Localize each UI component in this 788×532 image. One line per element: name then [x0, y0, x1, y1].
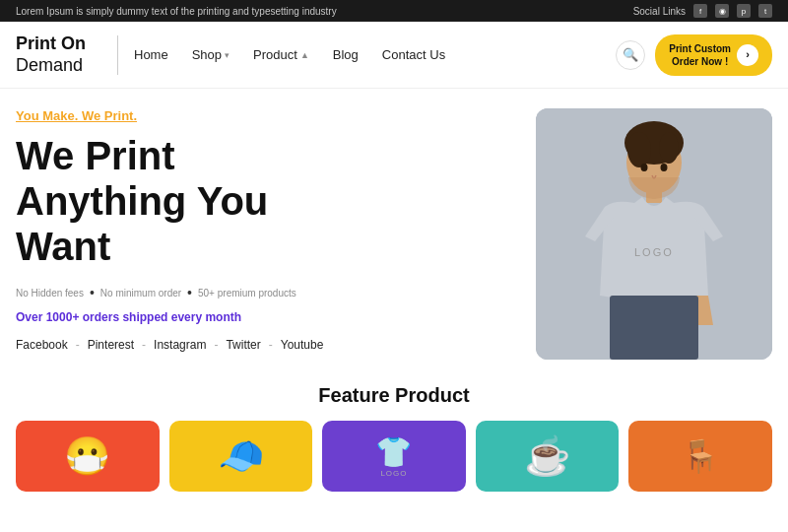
- pillow-icon: 🪑: [681, 437, 720, 475]
- hero-orders-text: Over 1000+ orders shipped every month: [16, 310, 516, 324]
- product-card-tshirt[interactable]: 👕 LOGO: [322, 421, 466, 492]
- logo[interactable]: Print On Demand: [16, 33, 86, 76]
- nav-product[interactable]: Product▲: [253, 47, 309, 62]
- dot2: •: [187, 285, 192, 300]
- social-label: Social Links: [633, 6, 686, 17]
- social-youtube[interactable]: Youtube: [281, 338, 324, 352]
- pinterest-icon[interactable]: p: [737, 4, 751, 18]
- hero-content: You Make. We Print. We Print Anything Yo…: [16, 108, 536, 365]
- search-icon: 🔍: [623, 47, 638, 62]
- twitter-icon[interactable]: t: [758, 4, 772, 18]
- header-divider: [117, 35, 118, 75]
- svg-point-7: [641, 164, 648, 171]
- top-bar: Lorem Ipsum is simply dummy text of the …: [0, 0, 788, 22]
- social-links-bar: Social Links f ◉ p t: [633, 4, 772, 18]
- nav-blog[interactable]: Blog: [333, 47, 359, 62]
- header-actions: 🔍 Print Custom Order Now ! ›: [616, 34, 772, 76]
- product-card-mask[interactable]: 😷: [16, 421, 160, 492]
- main-nav: Home Shop▾ Product▲ Blog Contact Us: [134, 47, 616, 62]
- svg-rect-9: [610, 296, 698, 360]
- nav-contact[interactable]: Contact Us: [382, 47, 445, 62]
- feature-section: Feature Product 😷 🧢 👕 LOGO ☕ 🪑: [0, 374, 788, 492]
- social-pinterest[interactable]: Pinterest: [88, 338, 134, 352]
- header: Print On Demand Home Shop▾ Product▲ Blog…: [0, 22, 788, 89]
- hero-features: No Hidden fees • No minimum order • 50+ …: [16, 285, 516, 300]
- product-arrow: ▲: [300, 50, 309, 60]
- social-facebook[interactable]: Facebook: [16, 338, 68, 352]
- order-now-button[interactable]: Print Custom Order Now ! ›: [655, 34, 772, 76]
- order-btn-text: Print Custom Order Now !: [669, 42, 731, 68]
- cap-icon: 🧢: [218, 434, 264, 478]
- hero-tagline: You Make. We Print.: [16, 108, 516, 123]
- svg-point-8: [661, 164, 668, 171]
- logo-line2: Demand: [16, 55, 86, 77]
- nav-shop[interactable]: Shop▾: [192, 47, 230, 62]
- product-card-cap[interactable]: 🧢: [169, 421, 313, 492]
- dot1: •: [90, 285, 95, 300]
- order-btn-arrow-icon: ›: [737, 44, 758, 66]
- instagram-icon[interactable]: ◉: [715, 4, 729, 18]
- shop-arrow: ▾: [225, 50, 230, 60]
- social-instagram[interactable]: Instagram: [154, 338, 206, 352]
- product-card-mug[interactable]: ☕: [476, 421, 620, 492]
- tshirt-icon: 👕: [375, 434, 412, 469]
- marquee-text: Lorem Ipsum is simply dummy text of the …: [16, 6, 337, 17]
- nav-home[interactable]: Home: [134, 47, 168, 62]
- svg-point-3: [627, 132, 651, 167]
- product-grid: 😷 🧢 👕 LOGO ☕ 🪑: [16, 421, 772, 492]
- logo-line1: Print On: [16, 33, 86, 55]
- svg-text:LOGO: LOGO: [634, 246, 674, 258]
- hero-title: We Print Anything You Want: [16, 133, 516, 269]
- svg-point-4: [659, 132, 679, 164]
- facebook-icon[interactable]: f: [693, 4, 707, 18]
- product-card-pillow[interactable]: 🪑: [628, 421, 772, 492]
- hero-image: LOGO: [536, 108, 772, 360]
- feature-title: Feature Product: [16, 384, 772, 407]
- mask-icon: 😷: [64, 434, 110, 478]
- hero-socials: Facebook - Pinterest - Instagram - Twitt…: [16, 338, 516, 352]
- social-twitter[interactable]: Twitter: [226, 338, 260, 352]
- search-button[interactable]: 🔍: [616, 40, 645, 70]
- mug-icon: ☕: [524, 434, 570, 478]
- hero-section: You Make. We Print. We Print Anything Yo…: [0, 89, 788, 374]
